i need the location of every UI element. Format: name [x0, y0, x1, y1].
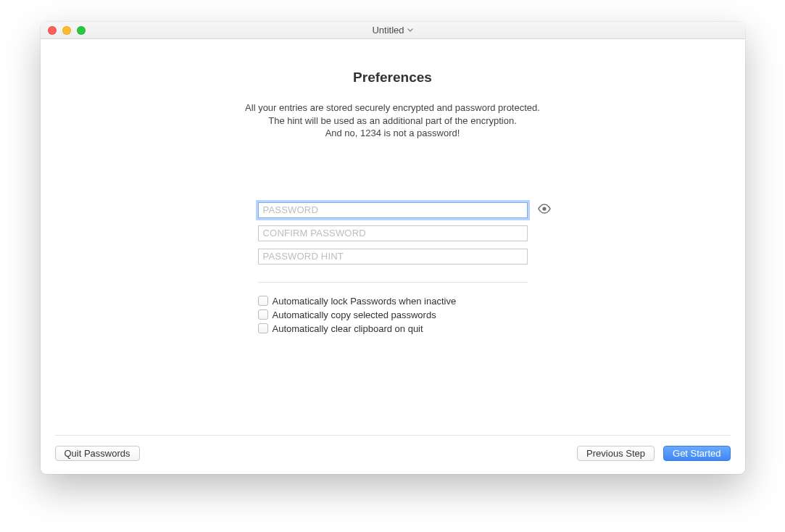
content-area: Preferences All your entries are stored …: [41, 39, 745, 435]
auto-copy-label: Automatically copy selected passwords: [273, 309, 436, 320]
get-started-button[interactable]: Get Started: [663, 446, 730, 461]
desc-line-3: And no, 1234 is not a password!: [245, 127, 540, 140]
auto-lock-label: Automatically lock Passwords when inacti…: [273, 296, 457, 307]
auto-copy-checkbox[interactable]: [258, 309, 268, 320]
auto-lock-checkbox[interactable]: [258, 296, 268, 306]
auto-clear-label: Automatically clear clipboard on quit: [273, 323, 423, 334]
page-description: All your entries are stored securely enc…: [245, 101, 540, 140]
password-hint-input[interactable]: [258, 249, 528, 265]
quit-button-label: Quit Passwords: [65, 448, 130, 459]
previous-step-label: Previous Step: [586, 448, 645, 459]
checkbox-group: Automatically lock Passwords when inacti…: [258, 296, 528, 334]
password-input[interactable]: [258, 202, 528, 218]
form-divider: [258, 282, 528, 283]
auto-copy-checkbox-row[interactable]: Automatically copy selected passwords: [258, 309, 528, 320]
previous-step-button[interactable]: Previous Step: [577, 446, 655, 461]
svg-point-0: [542, 207, 546, 210]
app-window: Untitled Preferences All your entries ar…: [41, 22, 745, 474]
auto-clear-checkbox[interactable]: [258, 323, 268, 333]
window-title-text: Untitled: [372, 25, 404, 36]
titlebar[interactable]: Untitled: [41, 22, 745, 39]
auto-lock-checkbox-row[interactable]: Automatically lock Passwords when inacti…: [258, 296, 528, 307]
desc-line-1: All your entries are stored securely enc…: [245, 101, 540, 115]
auto-clear-checkbox-row[interactable]: Automatically clear clipboard on quit: [258, 323, 528, 334]
toggle-visibility-button[interactable]: [536, 202, 552, 218]
get-started-label: Get Started: [673, 448, 720, 459]
fullscreen-window-button[interactable]: [77, 26, 86, 35]
traffic-lights: [48, 26, 86, 35]
chevron-down-icon[interactable]: [407, 26, 413, 34]
window-title: Untitled: [41, 25, 745, 36]
confirm-password-input[interactable]: [258, 225, 528, 241]
minimize-window-button[interactable]: [62, 26, 71, 35]
desc-line-2: The hint will be used as an additional p…: [245, 115, 540, 128]
eye-icon: [537, 204, 552, 217]
quit-button[interactable]: Quit Passwords: [55, 446, 140, 461]
page-title: Preferences: [353, 70, 432, 86]
close-window-button[interactable]: [48, 26, 57, 35]
footer: Quit Passwords Previous Step Get Started: [41, 435, 745, 474]
password-form: Automatically lock Passwords when inacti…: [258, 202, 528, 334]
